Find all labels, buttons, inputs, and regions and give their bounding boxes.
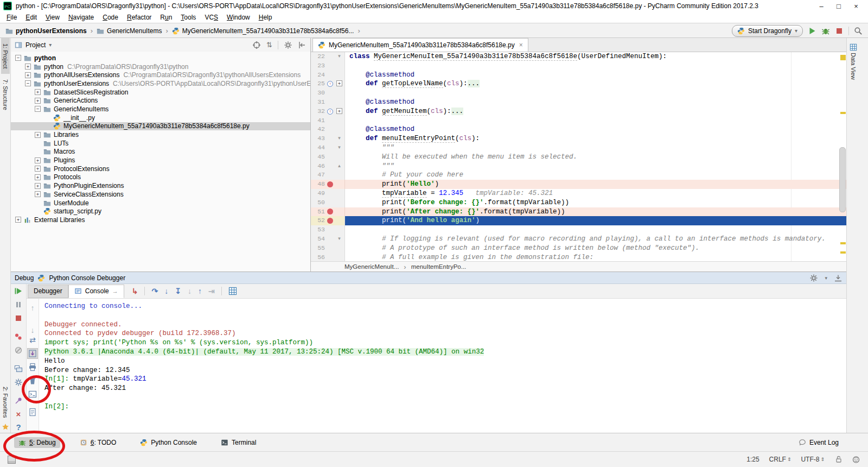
- tree-item[interactable]: startup_script.py: [11, 207, 310, 216]
- close-tab-icon[interactable]: ×: [518, 41, 523, 49]
- command-history-icon[interactable]: [28, 408, 37, 416]
- help-icon[interactable]: ?: [16, 423, 21, 431]
- editor-gutter[interactable]: 53: [311, 225, 345, 235]
- toolwindow-toggle-icon[interactable]: [8, 456, 16, 464]
- encoding-selector[interactable]: UTF-8 ⇕: [801, 456, 825, 463]
- tree-expander-icon[interactable]: +: [25, 72, 31, 78]
- resume-icon[interactable]: [14, 287, 23, 295]
- tree-expander-icon[interactable]: +: [25, 64, 31, 70]
- editor-gutter[interactable]: 32↑+: [311, 107, 345, 116]
- print-icon[interactable]: [28, 363, 37, 371]
- tree-item[interactable]: +DatasetSlicesRegistration: [11, 88, 310, 97]
- tool-button-data-view[interactable]: Data View: [848, 38, 858, 85]
- menu-vcs[interactable]: VCS: [200, 12, 222, 22]
- editor-gutter[interactable]: 22▼: [311, 52, 345, 61]
- tree-expander-icon[interactable]: −: [35, 106, 41, 112]
- tree-expander-icon[interactable]: +: [35, 183, 41, 189]
- editor-gutter[interactable]: 24: [311, 71, 345, 80]
- editor-gutter[interactable]: 30: [311, 89, 345, 98]
- editor-gutter[interactable]: 23: [311, 61, 345, 71]
- breadcrumb-item[interactable]: GenericMenuItems: [97, 27, 162, 35]
- breakpoint-icon[interactable]: [327, 209, 333, 214]
- step-out-icon[interactable]: ↑: [198, 287, 202, 295]
- settings-icon[interactable]: [809, 274, 818, 282]
- tree-expander-icon[interactable]: +: [15, 217, 21, 223]
- editor-gutter[interactable]: 42: [311, 125, 345, 134]
- project-tree[interactable]: −python+pythonC:\ProgramData\ORS\Dragonf…: [11, 52, 310, 272]
- tree-item[interactable]: −python: [11, 54, 310, 62]
- step-into-icon[interactable]: ↓: [164, 287, 168, 295]
- show-execution-point-icon[interactable]: ↳: [132, 287, 138, 295]
- editor-gutter[interactable]: 31: [311, 98, 345, 107]
- debug-session-name[interactable]: Python Console Debugger: [49, 274, 125, 282]
- editor-gutter[interactable]: 47: [311, 171, 345, 180]
- settings-icon[interactable]: [14, 378, 23, 387]
- tree-item[interactable]: −pythonUserExtensionsC:\Users\ORS-PORT\A…: [11, 79, 310, 88]
- project-panel-title[interactable]: Project: [25, 41, 46, 49]
- menu-run[interactable]: Run: [156, 12, 176, 22]
- pin-icon[interactable]: [14, 396, 23, 405]
- hide-panel-icon[interactable]: [298, 41, 307, 49]
- editor-gutter[interactable]: 52: [311, 216, 345, 225]
- fold-expand-icon[interactable]: +: [336, 108, 342, 114]
- editor-gutter[interactable]: 45: [311, 153, 345, 162]
- toolwindow-button-python-console[interactable]: Python Console: [136, 437, 201, 448]
- tree-item[interactable]: LUTs: [11, 139, 310, 148]
- editor-gutter[interactable]: 54▼: [311, 235, 345, 244]
- view-breakpoints-icon[interactable]: [14, 332, 23, 341]
- menu-navigate[interactable]: Navigate: [64, 12, 98, 22]
- menu-code[interactable]: Code: [98, 12, 123, 22]
- override-method-icon[interactable]: ↑: [327, 109, 333, 115]
- force-step-into-icon[interactable]: ↓: [188, 287, 192, 295]
- minimize-icon[interactable]: –: [813, 2, 830, 10]
- editor-gutter[interactable]: 51: [311, 207, 345, 217]
- tree-item[interactable]: +Protocols: [11, 173, 310, 182]
- stop-icon[interactable]: [835, 27, 844, 35]
- search-everywhere-icon[interactable]: [854, 27, 863, 35]
- menu-window[interactable]: Window: [222, 12, 254, 22]
- menu-file[interactable]: File: [2, 12, 21, 22]
- show-variables-icon[interactable]: [228, 287, 237, 295]
- tree-expander-icon[interactable]: +: [35, 174, 41, 180]
- step-into-my-code-icon[interactable]: ↧: [175, 287, 181, 295]
- maximize-icon[interactable]: □: [830, 2, 847, 10]
- chevron-down-icon[interactable]: ▾: [49, 42, 52, 48]
- tree-expander-icon[interactable]: +: [35, 89, 41, 95]
- restore-layout-icon[interactable]: [14, 364, 23, 373]
- tree-expander-icon[interactable]: +: [35, 98, 41, 104]
- tree-item[interactable]: +External Libraries: [11, 216, 310, 224]
- editor-gutter[interactable]: 50: [311, 198, 345, 207]
- tree-item[interactable]: UserModule: [11, 199, 310, 207]
- editor-breadcrumb-item[interactable]: MyGenericMenuIt...: [344, 263, 399, 270]
- menu-view[interactable]: View: [41, 12, 64, 22]
- locate-icon[interactable]: [252, 41, 261, 49]
- favorites-star-icon[interactable]: [2, 423, 9, 431]
- breadcrumb-item[interactable]: pythonUserExtensions: [5, 27, 87, 35]
- close-icon[interactable]: ×: [16, 410, 21, 418]
- editor-gutter[interactable]: 49: [311, 189, 345, 198]
- tree-item[interactable]: −GenericMenuItems: [11, 105, 310, 113]
- editor-gutter[interactable]: 43▼: [311, 134, 345, 143]
- tree-item[interactable]: +GenericActions: [11, 96, 310, 105]
- soft-wrap-icon[interactable]: ⇄: [29, 336, 36, 344]
- toolwindow-button--debug[interactable]: 5: Debug: [14, 437, 60, 448]
- breakpoint-icon[interactable]: [327, 181, 333, 187]
- menu-help[interactable]: Help: [254, 12, 277, 22]
- override-method-icon[interactable]: ↑: [327, 81, 333, 87]
- editor-gutter[interactable]: 56: [311, 253, 345, 261]
- debug-icon[interactable]: [821, 27, 830, 35]
- tree-item[interactable]: Macros: [11, 148, 310, 156]
- toolwindow-button--todo[interactable]: 6: TODO: [75, 437, 121, 448]
- editor-gutter[interactable]: 25↑+: [311, 79, 345, 89]
- tree-item[interactable]: +Libraries: [11, 130, 310, 139]
- scrollbar-thumb[interactable]: [839, 147, 846, 212]
- run-to-cursor-icon[interactable]: ⇥: [208, 287, 215, 295]
- pause-icon[interactable]: [14, 300, 23, 309]
- settings-icon[interactable]: [284, 41, 292, 49]
- menu-tools[interactable]: Tools: [176, 12, 200, 22]
- editor-gutter[interactable]: 48: [311, 180, 345, 189]
- editor-gutter[interactable]: 41: [311, 116, 345, 125]
- menu-edit[interactable]: Edit: [21, 12, 41, 22]
- menu-refactor[interactable]: Refactor: [123, 12, 156, 22]
- tree-item[interactable]: +pythonC:\ProgramData\ORS\Dragonfly31\py…: [11, 62, 310, 71]
